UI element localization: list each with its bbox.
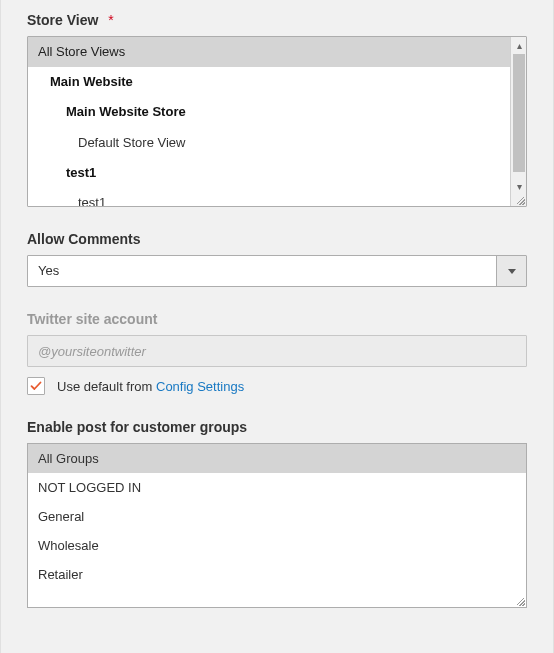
store-view-label: Store View * [27,12,527,28]
option-retailer[interactable]: Retailer [28,560,526,589]
option-all-groups[interactable]: All Groups [28,444,526,473]
customer-groups-field: Enable post for customer groups All Grou… [27,419,527,608]
twitter-label: Twitter site account [27,311,527,327]
allow-comments-label: Allow Comments [27,231,527,247]
option-not-logged-in[interactable]: NOT LOGGED IN [28,473,526,502]
dropdown-button[interactable] [496,256,526,286]
chevron-down-icon [508,269,516,274]
required-asterisk: * [108,12,113,28]
checkmark-icon [30,380,42,392]
twitter-input [27,335,527,367]
scrollbar[interactable]: ▴ ▾ [510,37,526,206]
use-default-prefix: Use default from [57,379,156,394]
resize-grip-icon[interactable] [512,194,526,206]
config-settings-link[interactable]: Config Settings [156,379,244,394]
use-default-checkbox[interactable] [27,377,45,395]
option-test1-store[interactable]: test1 [28,188,510,206]
option-main-website-store[interactable]: Main Website Store [28,97,510,127]
allow-comments-value: Yes [28,256,496,286]
option-general[interactable]: General [28,502,526,531]
customer-groups-select[interactable]: All Groups NOT LOGGED IN General Wholesa… [27,443,527,608]
allow-comments-field: Allow Comments Yes [27,231,527,287]
twitter-field: Twitter site account Use default from Co… [27,311,527,395]
form-panel: Store View * All Store Views Main Websit… [0,0,554,653]
option-wholesale[interactable]: Wholesale [28,531,526,560]
option-default-store-view[interactable]: Default Store View [28,128,510,158]
use-default-row: Use default from Config Settings [27,377,527,395]
store-view-options: All Store Views Main Website Main Websit… [28,37,526,206]
scroll-down-icon[interactable]: ▾ [511,178,527,194]
allow-comments-select[interactable]: Yes [27,255,527,287]
store-view-select[interactable]: All Store Views Main Website Main Websit… [27,36,527,207]
store-view-field: Store View * All Store Views Main Websit… [27,12,527,207]
option-test1-group[interactable]: test1 [28,158,510,188]
option-main-website[interactable]: Main Website [28,67,510,97]
use-default-label: Use default from Config Settings [57,379,244,394]
scroll-up-icon[interactable]: ▴ [511,37,527,53]
option-all-store-views[interactable]: All Store Views [28,37,510,67]
customer-groups-label: Enable post for customer groups [27,419,527,435]
resize-grip-icon[interactable] [512,595,526,607]
store-view-label-text: Store View [27,12,98,28]
scrollbar-thumb[interactable] [513,54,525,172]
